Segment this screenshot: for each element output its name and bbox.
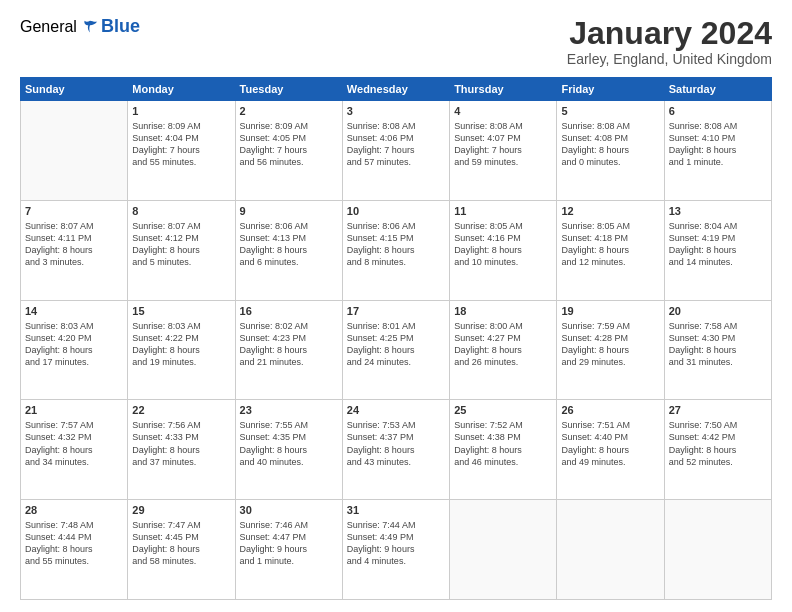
day-number: 19 (561, 304, 659, 319)
day-info: Daylight: 8 hours (561, 244, 659, 256)
day-info: Daylight: 8 hours (347, 444, 445, 456)
table-cell: 11Sunrise: 8:05 AMSunset: 4:16 PMDayligh… (450, 200, 557, 300)
day-info: Sunrise: 7:57 AM (25, 419, 123, 431)
table-cell: 14Sunrise: 8:03 AMSunset: 4:20 PMDayligh… (21, 300, 128, 400)
col-wednesday: Wednesday (342, 78, 449, 101)
day-info: Sunrise: 8:07 AM (25, 220, 123, 232)
day-info: Daylight: 8 hours (132, 543, 230, 555)
day-info: Sunset: 4:30 PM (669, 332, 767, 344)
day-info: Daylight: 8 hours (240, 444, 338, 456)
day-number: 6 (669, 104, 767, 119)
table-cell: 22Sunrise: 7:56 AMSunset: 4:33 PMDayligh… (128, 400, 235, 500)
day-number: 13 (669, 204, 767, 219)
day-number: 9 (240, 204, 338, 219)
table-cell: 29Sunrise: 7:47 AMSunset: 4:45 PMDayligh… (128, 500, 235, 600)
logo-general: General (20, 18, 77, 36)
table-cell: 10Sunrise: 8:06 AMSunset: 4:15 PMDayligh… (342, 200, 449, 300)
week-row-3: 14Sunrise: 8:03 AMSunset: 4:20 PMDayligh… (21, 300, 772, 400)
day-info: and 17 minutes. (25, 356, 123, 368)
day-info: and 6 minutes. (240, 256, 338, 268)
table-cell: 6Sunrise: 8:08 AMSunset: 4:10 PMDaylight… (664, 101, 771, 201)
col-thursday: Thursday (450, 78, 557, 101)
day-info: Sunset: 4:15 PM (347, 232, 445, 244)
col-sunday: Sunday (21, 78, 128, 101)
day-info: Sunrise: 7:53 AM (347, 419, 445, 431)
table-cell: 1Sunrise: 8:09 AMSunset: 4:04 PMDaylight… (128, 101, 235, 201)
day-info: Sunrise: 8:09 AM (132, 120, 230, 132)
day-info: Sunrise: 8:08 AM (454, 120, 552, 132)
table-cell: 5Sunrise: 8:08 AMSunset: 4:08 PMDaylight… (557, 101, 664, 201)
day-info: Daylight: 7 hours (454, 144, 552, 156)
day-info: Sunset: 4:40 PM (561, 431, 659, 443)
day-info: Sunrise: 8:05 AM (561, 220, 659, 232)
table-cell: 18Sunrise: 8:00 AMSunset: 4:27 PMDayligh… (450, 300, 557, 400)
day-info: Sunrise: 7:56 AM (132, 419, 230, 431)
day-info: Sunset: 4:33 PM (132, 431, 230, 443)
day-info: Sunrise: 7:55 AM (240, 419, 338, 431)
day-number: 17 (347, 304, 445, 319)
day-info: Daylight: 8 hours (454, 344, 552, 356)
day-info: Daylight: 7 hours (240, 144, 338, 156)
day-info: Sunset: 4:18 PM (561, 232, 659, 244)
day-info: Sunset: 4:11 PM (25, 232, 123, 244)
table-cell (664, 500, 771, 600)
day-info: Daylight: 8 hours (561, 444, 659, 456)
day-info: Sunrise: 8:08 AM (669, 120, 767, 132)
day-number: 1 (132, 104, 230, 119)
day-info: Sunrise: 8:01 AM (347, 320, 445, 332)
day-info: Daylight: 8 hours (454, 444, 552, 456)
day-info: Daylight: 8 hours (669, 344, 767, 356)
day-number: 11 (454, 204, 552, 219)
day-number: 24 (347, 403, 445, 418)
day-info: Sunset: 4:10 PM (669, 132, 767, 144)
day-info: Sunset: 4:49 PM (347, 531, 445, 543)
day-number: 20 (669, 304, 767, 319)
day-info: and 43 minutes. (347, 456, 445, 468)
day-info: Sunrise: 8:03 AM (25, 320, 123, 332)
day-info: Sunrise: 8:07 AM (132, 220, 230, 232)
table-cell: 27Sunrise: 7:50 AMSunset: 4:42 PMDayligh… (664, 400, 771, 500)
day-info: and 52 minutes. (669, 456, 767, 468)
month-title: January 2024 (567, 16, 772, 51)
day-info: and 46 minutes. (454, 456, 552, 468)
day-info: Daylight: 7 hours (347, 144, 445, 156)
day-info: Sunrise: 8:08 AM (561, 120, 659, 132)
day-number: 2 (240, 104, 338, 119)
day-info: and 29 minutes. (561, 356, 659, 368)
week-row-2: 7Sunrise: 8:07 AMSunset: 4:11 PMDaylight… (21, 200, 772, 300)
day-number: 12 (561, 204, 659, 219)
day-info: Sunset: 4:37 PM (347, 431, 445, 443)
day-info: Sunset: 4:07 PM (454, 132, 552, 144)
day-info: Sunset: 4:28 PM (561, 332, 659, 344)
day-info: Daylight: 8 hours (240, 244, 338, 256)
day-info: and 31 minutes. (669, 356, 767, 368)
table-cell: 12Sunrise: 8:05 AMSunset: 4:18 PMDayligh… (557, 200, 664, 300)
table-cell: 2Sunrise: 8:09 AMSunset: 4:05 PMDaylight… (235, 101, 342, 201)
calendar-table: Sunday Monday Tuesday Wednesday Thursday… (20, 77, 772, 600)
day-info: Sunrise: 8:00 AM (454, 320, 552, 332)
day-info: and 58 minutes. (132, 555, 230, 567)
logo-blue: Blue (101, 16, 140, 37)
table-cell: 15Sunrise: 8:03 AMSunset: 4:22 PMDayligh… (128, 300, 235, 400)
day-info: Daylight: 8 hours (25, 444, 123, 456)
table-cell: 30Sunrise: 7:46 AMSunset: 4:47 PMDayligh… (235, 500, 342, 600)
day-info: and 40 minutes. (240, 456, 338, 468)
table-cell (557, 500, 664, 600)
table-cell (450, 500, 557, 600)
table-cell: 23Sunrise: 7:55 AMSunset: 4:35 PMDayligh… (235, 400, 342, 500)
table-cell: 8Sunrise: 8:07 AMSunset: 4:12 PMDaylight… (128, 200, 235, 300)
table-cell: 20Sunrise: 7:58 AMSunset: 4:30 PMDayligh… (664, 300, 771, 400)
day-info: Sunrise: 7:46 AM (240, 519, 338, 531)
day-info: and 26 minutes. (454, 356, 552, 368)
day-info: Sunrise: 7:59 AM (561, 320, 659, 332)
day-number: 26 (561, 403, 659, 418)
day-number: 15 (132, 304, 230, 319)
day-info: Daylight: 8 hours (25, 244, 123, 256)
day-number: 31 (347, 503, 445, 518)
day-info: Daylight: 8 hours (132, 344, 230, 356)
day-number: 22 (132, 403, 230, 418)
day-info: Daylight: 9 hours (347, 543, 445, 555)
day-info: and 59 minutes. (454, 156, 552, 168)
day-info: and 1 minute. (240, 555, 338, 567)
day-info: Sunset: 4:47 PM (240, 531, 338, 543)
